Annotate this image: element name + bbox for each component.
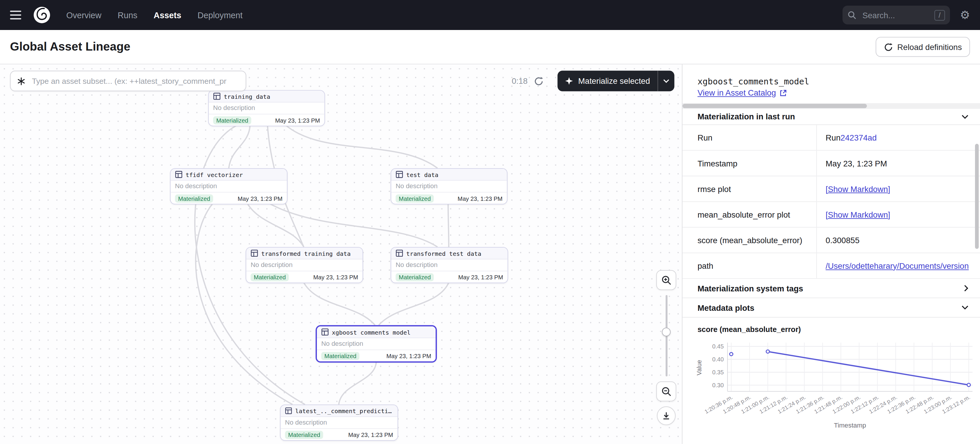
asset-timestamp: May 23, 1:23 PM — [458, 274, 503, 280]
asset-name-label: transformed_test_data — [406, 250, 481, 256]
metadata-label: score (mean_absolute_error) — [682, 228, 816, 253]
materialized-badge: Materialized — [251, 273, 289, 281]
section-materialization-in-last-run[interactable]: Materialization in last run — [682, 109, 980, 125]
chevron-down-icon — [961, 114, 969, 119]
asset-node-training-data[interactable]: training_data No description Materialize… — [208, 90, 325, 126]
asset-description: No description — [170, 181, 286, 192]
nav-item-overview[interactable]: Overview — [66, 10, 102, 20]
metadata-label: Run — [682, 125, 816, 150]
asset-name-label: transformed_training_data — [261, 250, 351, 256]
svg-text:0.45: 0.45 — [712, 343, 724, 350]
table-icon — [396, 249, 403, 257]
asset-subset-input[interactable] — [30, 76, 239, 86]
metadata-plot-chart: 0.450.400.350.301:20:36 p.m.1:20:48 p.m.… — [686, 335, 980, 440]
metadata-label: mean_absolute_error plot — [682, 202, 816, 227]
metadata-row-timestamp: Timestamp May 23, 1:23 PM — [682, 151, 980, 176]
table-icon — [396, 170, 403, 178]
settings-gear-icon[interactable]: ⚙ — [960, 10, 970, 21]
view-in-asset-catalog-link[interactable]: View in Asset Catalog — [697, 88, 776, 98]
metadata-row-path: path /Users/odetteharary/Documents/versi… — [682, 253, 980, 279]
zoom-out-button[interactable] — [656, 381, 676, 401]
asset-description: No description — [391, 181, 507, 192]
asset-description: No description — [391, 259, 508, 271]
asset-description: No description — [209, 103, 324, 114]
asset-node-transformed-training-data[interactable]: transformed_training_data No description… — [246, 247, 363, 283]
search-icon — [848, 11, 856, 19]
svg-text:0.30: 0.30 — [712, 382, 724, 388]
chevron-right-icon — [964, 284, 969, 292]
refresh-timer: 0:18 — [512, 76, 528, 86]
metadata-row-mae-plot: mean_absolute_error plot [Show Markdown] — [682, 202, 980, 228]
metadata-row-run: Run Run 242374ad — [682, 125, 980, 151]
asset-name-label: xgboost_comments_model — [332, 328, 410, 335]
asset-node-latest-comment-predictions[interactable]: latest_.._comment_predictions No descrip… — [280, 404, 398, 441]
chevron-down-icon — [961, 305, 969, 310]
show-markdown-link[interactable]: [Show Markdown] — [826, 210, 890, 219]
table-icon — [285, 407, 292, 415]
op-selector-icon — [17, 76, 25, 85]
reload-icon — [884, 42, 893, 52]
materialized-badge: Materialized — [396, 194, 434, 202]
show-markdown-link[interactable]: [Show Markdown] — [826, 184, 890, 194]
run-prefix: Run — [826, 133, 841, 142]
refresh-graph-icon[interactable] — [534, 76, 544, 86]
asset-name-label: training_data — [224, 93, 270, 100]
asset-timestamp: May 23, 1:23 PM — [386, 352, 431, 359]
run-id-link[interactable]: 242374ad — [841, 133, 877, 142]
metadata-label: path — [682, 253, 816, 278]
materialized-badge: Materialized — [321, 352, 360, 360]
reload-definitions-button[interactable]: Reload definitions — [875, 37, 970, 57]
zoom-in-button[interactable] — [656, 270, 676, 290]
page-title: Global Asset Lineage — [10, 40, 130, 54]
section-materialization-system-tags[interactable]: Materialization system tags — [682, 279, 980, 298]
asset-subset-filter[interactable] — [10, 70, 246, 91]
asset-lineage-graph[interactable]: 0:18 Materialize selected — [0, 64, 682, 444]
dagster-logo-icon — [33, 6, 51, 24]
metadata-row-score: score (mean_absolute_error) 0.300855 — [682, 228, 980, 253]
asset-description: No description — [317, 338, 436, 349]
asset-timestamp: May 23, 1:23 PM — [237, 195, 283, 201]
selected-asset-title: xgboost_comments_model — [697, 76, 965, 86]
menu-icon[interactable] — [10, 11, 21, 19]
table-icon — [321, 328, 329, 336]
asset-name-label: tfidf_vectorizer — [186, 171, 243, 178]
materialized-badge: Materialized — [175, 194, 213, 202]
asset-timestamp: May 23, 1:23 PM — [458, 195, 503, 201]
asset-node-tfidf-vectorizer[interactable]: tfidf_vectorizer No description Material… — [170, 168, 288, 204]
nav-item-runs[interactable]: Runs — [118, 10, 137, 20]
panel-horizontal-scrollbar[interactable] — [682, 103, 980, 109]
section-metadata-plots[interactable]: Metadata plots — [682, 298, 980, 318]
table-icon — [213, 92, 221, 100]
asset-details-panel: xgboost_comments_model View in Asset Cat… — [682, 64, 980, 444]
horizontal-scrollbar-thumb[interactable] — [682, 104, 867, 108]
asset-node-transformed-test-data[interactable]: transformed_test_data No description Mat… — [391, 247, 508, 283]
search-input[interactable] — [861, 10, 929, 20]
path-link[interactable]: /Users/odetteharary/Documents/version — [826, 261, 969, 271]
asset-name-label: test_data — [406, 171, 438, 178]
metadata-value: 0.300855 — [816, 228, 980, 253]
zoom-slider[interactable] — [665, 295, 667, 376]
top-nav: Overview Runs Assets Deployment / ⚙ — [0, 0, 980, 30]
asset-node-test-data[interactable]: test_data No description MaterializedMay… — [391, 168, 508, 204]
asset-description: No description — [281, 417, 398, 428]
global-search[interactable]: / — [842, 6, 950, 24]
metadata-label: rmse plot — [682, 177, 816, 201]
metadata-label: Timestamp — [682, 151, 816, 175]
asset-name-label: latest_.._comment_predictions — [295, 407, 393, 414]
primary-nav: Overview Runs Assets Deployment — [66, 10, 242, 20]
asset-timestamp: May 23, 1:23 PM — [348, 431, 393, 438]
zoom-slider-handle[interactable] — [662, 328, 671, 336]
nav-item-assets[interactable]: Assets — [154, 10, 181, 20]
recenter-button[interactable] — [657, 406, 676, 425]
materialize-dropdown-caret[interactable] — [658, 70, 674, 91]
materialize-selected-button[interactable]: Materialize selected — [558, 70, 674, 91]
dagster-logo[interactable] — [33, 6, 51, 24]
graph-toolbar: 0:18 Materialize selected — [10, 70, 674, 91]
asset-timestamp: May 23, 1:23 PM — [313, 274, 358, 280]
materialized-badge: Materialized — [285, 430, 323, 439]
panel-vertical-scrollbar-thumb[interactable] — [975, 144, 979, 249]
nav-item-deployment[interactable]: Deployment — [197, 10, 242, 20]
materialized-badge: Materialized — [213, 116, 251, 124]
asset-node-xgboost-comments-model[interactable]: xgboost_comments_model No description Ma… — [316, 325, 437, 363]
zoom-controls — [656, 270, 676, 425]
